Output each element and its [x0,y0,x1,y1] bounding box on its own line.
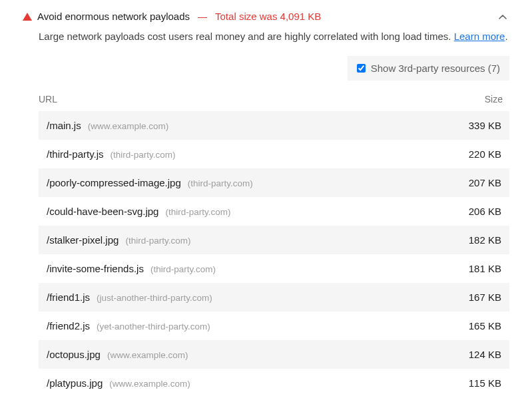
warning-triangle-icon [23,13,32,21]
url-host: (yet-another-third-party.com) [97,321,210,331]
learn-more-link[interactable]: Learn more [454,31,505,42]
table-row: /friend2.js(yet-another-third-party.com)… [39,312,509,340]
description-suffix: . [505,31,507,42]
table-header: URL Size [39,89,509,111]
chevron-up-icon[interactable] [499,12,509,21]
url-host: (third-party.com) [150,264,216,274]
url-path: /stalker-pixel.jpg [47,234,119,246]
url-cell: /third-party.js(third-party.com) [47,148,176,160]
url-host: (third-party.com) [125,236,190,246]
url-host: (third-party.com) [165,207,230,217]
description-text: Large network payloads cost users real m… [39,31,454,42]
url-path: /octopus.jpg [47,349,101,360]
url-path: /friend2.js [47,320,90,331]
audit-panel: Avoid enormous network payloads — Total … [0,0,532,408]
audit-dash: — [198,11,207,22]
table-body: /main.js(www.example.com)339 KB/third-pa… [39,111,509,397]
size-cell: 206 KB [469,206,501,217]
url-cell: /main.js(www.example.com) [47,120,168,131]
table-row: /invite-some-friends.js(third-party.com)… [39,254,509,283]
size-cell: 115 KB [469,377,501,389]
third-party-toggle[interactable]: Show 3rd-party resources (7) [348,56,509,81]
url-path: /third-party.js [47,148,104,160]
url-cell: /invite-some-friends.js(third-party.com) [47,263,216,274]
url-path: /main.js [47,120,81,131]
table-row: /platypus.jpg(www.example.com)115 KB [39,369,509,397]
url-path: /invite-some-friends.js [47,263,144,274]
size-cell: 182 KB [469,234,501,246]
third-party-row: Show 3rd-party resources (7) [39,56,509,81]
table-row: /third-party.js(third-party.com)220 KB [39,140,509,168]
size-cell: 339 KB [469,120,501,131]
third-party-label: Show 3rd-party resources (7) [371,63,500,74]
table-row: /poorly-compressed-image.jpg(third-party… [39,168,509,197]
url-cell: /poorly-compressed-image.jpg(third-party… [47,177,253,188]
table-row: /main.js(www.example.com)339 KB [39,111,509,140]
size-cell: 220 KB [469,148,501,160]
audit-header[interactable]: Avoid enormous network payloads — Total … [23,8,509,29]
table-row: /octopus.jpg(www.example.com)124 KB [39,340,509,369]
size-cell: 207 KB [469,177,501,188]
url-host: (www.example.com) [107,350,188,360]
url-host: (www.example.com) [88,121,169,131]
audit-summary: Total size was 4,091 KB [215,11,321,22]
url-path: /platypus.jpg [47,377,103,389]
url-cell: /octopus.jpg(www.example.com) [47,349,188,360]
table-row: /stalker-pixel.jpg(third-party.com)182 K… [39,226,509,254]
url-cell: /friend1.js(just-another-third-party.com… [47,292,212,303]
table-row: /could-have-been-svg.jpg(third-party.com… [39,197,509,226]
size-cell: 167 KB [469,292,501,303]
url-host: (www.example.com) [109,379,190,389]
audit-description: Large network payloads cost users real m… [39,29,509,44]
url-cell: /stalker-pixel.jpg(third-party.com) [47,234,190,246]
url-cell: /platypus.jpg(www.example.com) [47,377,190,389]
header-size: Size [485,94,503,105]
size-cell: 181 KB [469,263,501,274]
audit-body: Large network payloads cost users real m… [23,29,509,397]
url-host: (just-another-third-party.com) [97,293,212,303]
size-cell: 124 KB [469,349,501,360]
url-host: (third-party.com) [111,150,176,160]
url-path: /friend1.js [47,292,90,303]
size-cell: 165 KB [469,320,501,331]
table-row: /friend1.js(just-another-third-party.com… [39,283,509,312]
third-party-checkbox[interactable] [357,64,366,73]
header-url: URL [39,94,57,105]
url-host: (third-party.com) [188,178,253,188]
url-path: /could-have-been-svg.jpg [47,206,158,217]
audit-title: Avoid enormous network payloads [37,11,190,22]
url-cell: /friend2.js(yet-another-third-party.com) [47,320,210,331]
url-cell: /could-have-been-svg.jpg(third-party.com… [47,206,230,217]
url-path: /poorly-compressed-image.jpg [47,177,181,188]
